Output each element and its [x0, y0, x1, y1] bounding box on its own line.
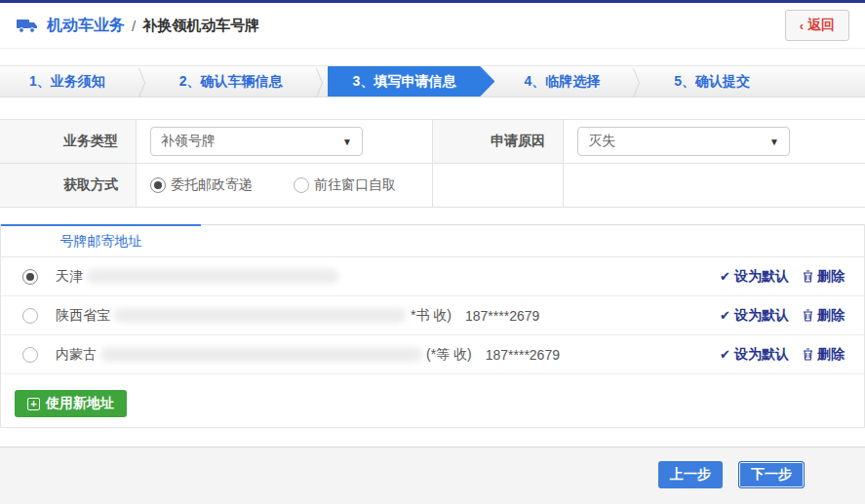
step-4-temp-plate[interactable]: 4、临牌选择: [494, 66, 629, 97]
footer-action-bar: 上一步 下一步: [0, 446, 865, 504]
page-header: 机动车业务 / 补换领机动车号牌 ‹ 返回: [0, 3, 865, 49]
next-step-button[interactable]: 下一步: [738, 461, 805, 488]
address-suffix: (*等 收): [426, 346, 472, 364]
truck-icon: [16, 17, 39, 34]
step-2-confirm-vehicle[interactable]: 2、确认车辆信息: [150, 66, 312, 97]
address-prefix: 内蒙古: [56, 346, 97, 364]
check-icon: ✔: [720, 269, 730, 284]
trash-icon: [803, 348, 813, 361]
back-chevron-icon: ‹: [800, 19, 804, 33]
redacted-address-blur: [114, 308, 407, 323]
address-radio-icon[interactable]: [22, 347, 38, 363]
business-type-label: 业务类型: [0, 120, 137, 163]
apply-reason-select[interactable]: 灭失 ▼: [577, 127, 790, 156]
application-form: 业务类型 补领号牌 ▼ 申请原因 灭失 ▼ 获取方式 委托邮政寄递: [0, 119, 865, 208]
use-new-address-button[interactable]: + 使用新地址: [15, 390, 127, 417]
business-type-value: 补领号牌: [161, 133, 216, 150]
address-tab-bar: 号牌邮寄地址: [1, 224, 864, 257]
form-row-type-reason: 业务类型 补领号牌 ▼ 申请原因 灭失 ▼: [0, 120, 865, 164]
radio-option-mail[interactable]: 委托邮政寄递: [150, 176, 253, 194]
page-title: 机动车业务: [47, 16, 125, 36]
obtain-method-radio-group: 委托邮政寄递 前往窗口自取: [150, 176, 396, 194]
obtain-method-cell: 委托邮政寄递 前往窗口自取: [137, 164, 432, 207]
address-actions: ✔ 设为默认 删除: [720, 346, 845, 364]
step-3-fill-application[interactable]: 3、填写申请信息: [328, 66, 495, 97]
address-prefix: 陕西省宝: [56, 307, 110, 325]
chevron-down-icon: ▼: [769, 136, 779, 147]
set-default-label: 设为默认: [734, 346, 789, 364]
radio-selected-icon[interactable]: [150, 177, 166, 193]
address-phone: 187****2679: [486, 347, 560, 363]
tab-plate-mailing-address[interactable]: 号牌邮寄地址: [1, 224, 201, 256]
check-icon: ✔: [720, 308, 730, 323]
address-suffix: *书 收): [411, 307, 452, 325]
empty-cell: [564, 164, 865, 207]
radio-option-pickup-label: 前往窗口自取: [314, 176, 396, 194]
address-row: 天津 ✔ 设为默认 删除: [1, 257, 864, 296]
apply-reason-label: 申请原因: [432, 120, 564, 163]
address-actions: ✔ 设为默认 删除: [720, 307, 845, 325]
address-radio-icon[interactable]: [22, 308, 38, 324]
delete-label: 删除: [817, 268, 845, 286]
tab-bar-filler: [201, 224, 864, 256]
radio-option-pickup[interactable]: 前往窗口自取: [294, 176, 396, 194]
chevron-down-icon: ▼: [342, 136, 352, 147]
delete-label: 删除: [817, 346, 845, 364]
back-button[interactable]: ‹ 返回: [785, 10, 849, 41]
redacted-address-blur: [100, 347, 422, 362]
address-row: 陕西省宝 *书 收) 187****2679 ✔ 设为默认 删除: [1, 296, 864, 335]
set-default-label: 设为默认: [734, 307, 789, 325]
business-type-cell: 补领号牌 ▼: [137, 120, 432, 163]
obtain-method-label: 获取方式: [0, 164, 137, 207]
address-text: 内蒙古 (*等 收) 187****2679: [56, 346, 560, 364]
form-row-obtain-method: 获取方式 委托邮政寄递 前往窗口自取: [0, 164, 865, 207]
apply-reason-value: 灭失: [588, 133, 615, 150]
apply-reason-cell: 灭失 ▼: [564, 120, 865, 163]
step-1-business-notice[interactable]: 1、业务须知: [0, 66, 135, 97]
use-new-address-label: 使用新地址: [46, 395, 114, 412]
set-default-label: 设为默认: [734, 268, 789, 286]
plus-icon: +: [27, 398, 40, 410]
previous-step-button[interactable]: 上一步: [658, 461, 723, 488]
step-separator-icon: [135, 66, 150, 97]
radio-unselected-icon[interactable]: [294, 177, 309, 193]
set-default-link[interactable]: ✔ 设为默认: [720, 346, 789, 364]
step-separator-icon: [312, 66, 328, 97]
new-address-area: + 使用新地址: [1, 374, 864, 427]
mailing-address-section: 号牌邮寄地址 天津 ✔ 设为默认 删除 陕西省宝: [0, 224, 865, 428]
address-radio-selected-icon[interactable]: [22, 269, 38, 285]
set-default-link[interactable]: ✔ 设为默认: [720, 307, 789, 325]
address-prefix: 天津: [56, 268, 83, 286]
radio-option-mail-label: 委托邮政寄递: [171, 176, 253, 194]
delete-link[interactable]: 删除: [803, 268, 845, 286]
delete-label: 删除: [817, 307, 845, 325]
step-5-confirm-submit[interactable]: 5、确认提交: [645, 66, 779, 97]
trash-icon: [803, 270, 813, 283]
address-row: 内蒙古 (*等 收) 187****2679 ✔ 设为默认 删除: [1, 335, 864, 374]
delete-link[interactable]: 删除: [803, 346, 845, 364]
breadcrumb-current: 补换领机动车号牌: [142, 17, 259, 35]
step-progress-bar: 1、业务须知 2、确认车辆信息 3、填写申请信息 4、临牌选择 5、确认提交: [0, 65, 865, 97]
back-button-label: 返回: [807, 17, 835, 34]
check-icon: ✔: [720, 347, 730, 362]
business-type-select[interactable]: 补领号牌 ▼: [150, 127, 363, 156]
breadcrumb-separator: /: [132, 18, 136, 34]
address-phone: 187****2679: [465, 308, 539, 324]
address-actions: ✔ 设为默认 删除: [720, 268, 845, 286]
set-default-link[interactable]: ✔ 设为默认: [720, 268, 789, 286]
redacted-address-blur: [87, 269, 338, 284]
empty-cell: [432, 164, 564, 207]
delete-link[interactable]: 删除: [803, 307, 845, 325]
address-text: 陕西省宝 *书 收) 187****2679: [56, 307, 539, 325]
trash-icon: [803, 309, 813, 322]
address-text: 天津: [56, 268, 342, 286]
step-separator-icon: [629, 66, 645, 97]
